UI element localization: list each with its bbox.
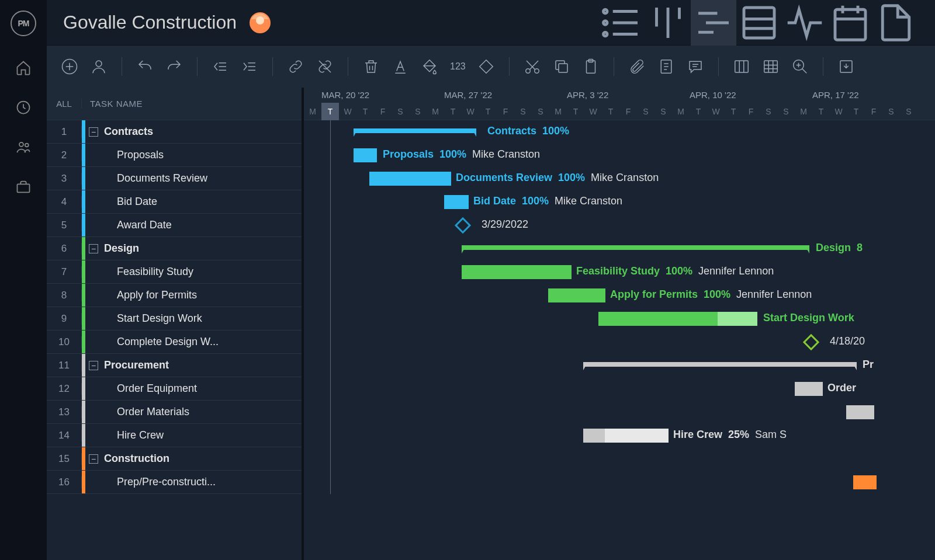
collapse-toggle[interactable]: − <box>89 127 98 137</box>
zoom-icon[interactable] <box>791 58 809 75</box>
svg-point-9 <box>604 32 608 36</box>
gantt-task-bar[interactable] <box>462 265 572 279</box>
gantt-row: Start Design Work <box>304 307 935 331</box>
undo-icon[interactable] <box>136 58 154 75</box>
gantt-task-bar[interactable] <box>583 429 669 443</box>
list-view-tab[interactable] <box>600 0 645 46</box>
task-row[interactable]: 12 Order Equipment <box>47 377 302 401</box>
redo-icon[interactable] <box>165 58 183 75</box>
assign-icon[interactable] <box>90 58 108 75</box>
home-icon[interactable] <box>15 60 32 76</box>
gantt-task-bar[interactable] <box>444 195 469 209</box>
collapse-toggle[interactable]: − <box>89 244 98 253</box>
task-row[interactable]: 5 Award Date <box>47 214 302 237</box>
task-number: 4 <box>47 196 82 208</box>
user-avatar[interactable] <box>250 12 271 33</box>
column-task-name[interactable]: TASK NAME <box>82 99 143 109</box>
clock-icon[interactable] <box>15 99 32 116</box>
gantt-row: Proposals100%Mike Cranston <box>304 144 935 167</box>
gantt-task-bar[interactable] <box>846 405 874 419</box>
task-name-label: Bid Date <box>117 196 157 208</box>
task-row[interactable]: 15 − Construction <box>47 447 302 471</box>
task-row[interactable]: 1 − Contracts <box>47 120 302 144</box>
activity-view-tab[interactable] <box>782 0 827 46</box>
notes-icon[interactable] <box>657 58 675 75</box>
gantt-view-tab[interactable] <box>691 0 736 46</box>
gantt-task-bar[interactable] <box>548 288 605 302</box>
sheet-view-tab[interactable] <box>736 0 782 46</box>
outdent-icon[interactable] <box>212 58 229 75</box>
priority-text[interactable]: 123 <box>450 61 466 72</box>
task-row[interactable]: 4 Bid Date <box>47 190 302 214</box>
task-row[interactable]: 7 Feasibility Study <box>47 260 302 284</box>
task-row[interactable]: 11 − Procurement <box>47 354 302 377</box>
collapse-toggle[interactable]: − <box>89 361 98 370</box>
task-row[interactable]: 16 Prep/Pre-constructi... <box>47 471 302 494</box>
gantt-task-bar[interactable] <box>795 382 823 396</box>
gantt-row: Design8 <box>304 237 935 260</box>
task-name-label: Order Equipment <box>117 382 197 395</box>
task-row[interactable]: 6 − Design <box>47 237 302 260</box>
grid-icon[interactable] <box>762 58 780 75</box>
board-view-tab[interactable] <box>645 0 691 46</box>
import-icon[interactable] <box>837 58 855 75</box>
gantt-panel[interactable]: MAR, 20 '22MAR, 27 '22APR, 3 '22APR, 10 … <box>304 88 935 560</box>
calendar-view-tab[interactable] <box>827 0 873 46</box>
gantt-summary-bar[interactable] <box>462 245 809 250</box>
team-icon[interactable] <box>15 139 32 155</box>
gantt-summary-bar[interactable] <box>354 128 476 133</box>
gantt-task-bar[interactable] <box>598 312 757 326</box>
gantt-milestone[interactable] <box>455 217 471 234</box>
text-color-icon[interactable] <box>392 58 409 75</box>
comment-icon[interactable] <box>687 58 704 75</box>
gantt-task-bar[interactable] <box>354 148 377 162</box>
gantt-row: Hire Crew25%Sam S <box>304 424 935 447</box>
task-row[interactable]: 8 Apply for Permits <box>47 284 302 307</box>
collapse-toggle[interactable]: − <box>89 454 98 464</box>
day-label: T <box>567 103 584 120</box>
fill-icon[interactable] <box>421 58 438 75</box>
task-row[interactable]: 14 Hire Crew <box>47 424 302 447</box>
week-label: MAR, 27 '22 <box>444 90 492 100</box>
day-label: M <box>427 103 444 120</box>
gantt-summary-bar[interactable] <box>583 362 857 367</box>
file-view-tab[interactable] <box>873 0 919 46</box>
day-label: T <box>847 103 865 120</box>
indent-icon[interactable] <box>241 58 258 75</box>
task-row[interactable]: 3 Documents Review <box>47 167 302 190</box>
toolbar: 123 <box>47 46 935 88</box>
column-all[interactable]: ALL <box>47 99 82 109</box>
gantt-task-bar[interactable] <box>369 172 451 186</box>
gantt-milestone[interactable] <box>803 334 819 350</box>
day-label: T <box>479 103 497 120</box>
task-row[interactable]: 9 Start Design Work <box>47 307 302 331</box>
cut-icon[interactable] <box>524 58 541 75</box>
gantt-bar-label: Documents Review100%Mike Cranston <box>456 172 659 184</box>
day-label: T <box>725 103 742 120</box>
delete-icon[interactable] <box>362 58 380 75</box>
task-name-label: Order Materials <box>117 406 189 418</box>
task-list-header: ALL TASK NAME <box>47 88 302 120</box>
milestone-icon[interactable] <box>477 58 495 75</box>
task-number: 10 <box>47 336 82 348</box>
svg-line-47 <box>802 69 806 74</box>
briefcase-icon[interactable] <box>15 179 32 195</box>
day-label: T <box>356 103 374 120</box>
columns-icon[interactable] <box>733 58 750 75</box>
day-label: F <box>497 103 514 120</box>
unlink-icon[interactable] <box>316 58 334 75</box>
copy-icon[interactable] <box>553 58 570 75</box>
task-row[interactable]: 2 Proposals <box>47 144 302 167</box>
task-row[interactable]: 10 Complete Design W... <box>47 331 302 354</box>
gantt-row: Order <box>304 377 935 401</box>
attachment-icon[interactable] <box>628 58 646 75</box>
day-label: M <box>304 103 321 120</box>
add-icon[interactable] <box>61 58 78 75</box>
app-logo[interactable]: PM <box>11 11 36 36</box>
task-row[interactable]: 13 Order Materials <box>47 401 302 424</box>
task-name-label: Feasibility Study <box>117 266 193 278</box>
paste-icon[interactable] <box>582 58 600 75</box>
link-icon[interactable] <box>287 58 304 75</box>
gantt-task-bar[interactable] <box>853 475 877 489</box>
gantt-row: Apply for Permits100%Jennifer Lennon <box>304 284 935 307</box>
